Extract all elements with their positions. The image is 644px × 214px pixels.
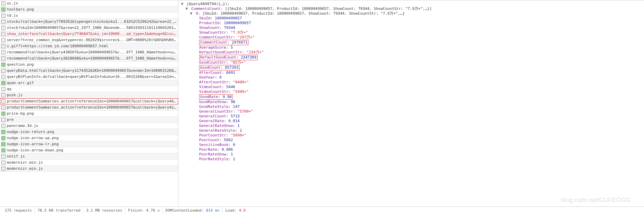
json-line[interactable]: PoorRateStyle: 1 — [181, 157, 641, 162]
image-icon — [1, 7, 5, 12]
json-line[interactable]: GeneralCount: 5713 — [181, 114, 641, 119]
network-row-name: s.gif?l=https://item.jd.com/100000499657… — [7, 44, 108, 48]
network-row-name: td.js — [7, 13, 18, 18]
json-line[interactable]: VideoCount: 5446 — [181, 85, 641, 89]
network-row-name: server?t=rec_common_exp&v=type=rec.90202… — [7, 38, 177, 42]
network-row[interactable]: stock?skuId=100000499657&area=22_1977_19… — [0, 25, 178, 31]
json-line[interactable]: VideoCountStr: "5400+" — [181, 89, 641, 94]
json-line[interactable]: ▼ 0: {SkuId: 100000499657, ProductId: 10… — [181, 11, 641, 16]
json-line[interactable]: AfterCount: 8491 — [181, 70, 641, 75]
script-icon — [1, 124, 5, 128]
json-line[interactable]: AfterCountStr: "8400+" — [181, 80, 641, 85]
json-line[interactable]: GoodCountStr: "85万+" — [181, 60, 641, 65]
status-requests: 175 requests — [2, 207, 35, 214]
json-line[interactable]: AverageScore: 5 — [181, 45, 641, 50]
json-line[interactable]: GeneralRateShow: 1 — [181, 124, 641, 128]
status-finish: Finish: 4.76 s — [125, 207, 163, 214]
network-panel: ui.jstoolbars.pngtd.jsstocks?callback=jQ… — [0, 0, 178, 207]
network-row-name: stock?skuId=100000499657&area=22_1977_19… — [7, 26, 177, 30]
status-transferred: 78.5 KB transferred — [35, 207, 83, 214]
json-line[interactable]: PoorCountStr: "5600+" — [181, 133, 641, 138]
script-icon — [1, 99, 5, 103]
json-line[interactable]: GeneralCountStr: "5700+" — [181, 109, 641, 114]
network-row[interactable]: recommend?callback=jQuery438507&sku=1000… — [0, 49, 178, 55]
json-line[interactable]: PoorRate: 0.006 — [181, 147, 641, 152]
json-line[interactable]: GeneralRate: 0.014 — [181, 119, 641, 124]
network-row-name: queryData.html?callback=jQuery1174352&SK… — [7, 68, 177, 73]
network-row[interactable]: nudge-icon-arrow-up.png — [0, 135, 178, 141]
network-row[interactable]: nudge-icon-return.png — [0, 129, 178, 135]
json-line[interactable]: CommentCountStr: "297万+" — [181, 35, 641, 40]
network-row[interactable]: notif.js — [0, 153, 178, 160]
network-row[interactable]: panorama.3d.js — [0, 123, 178, 129]
script-icon — [1, 69, 5, 73]
script-icon — [1, 93, 5, 97]
json-line[interactable]: GoodRateShow: 98 — [181, 100, 641, 104]
network-row-name: recommend?callback=jQuery438507&sku=1000… — [7, 50, 177, 54]
status-load: Load: 4.0 — [223, 207, 248, 214]
json-line[interactable]: DefaultGoodCountStr: "234万+" — [181, 50, 641, 55]
panels: ui.jstoolbars.pngtd.jsstocks?callback=jQ… — [0, 0, 644, 207]
script-icon — [1, 1, 5, 5]
network-row[interactable]: qq — [0, 86, 178, 92]
script-icon — [1, 50, 5, 54]
status-resources: 3.1 MB resources — [83, 207, 125, 214]
response-preview[interactable]: ▼ jQuery4849794({…}); ▼ CommentsCount: [… — [178, 0, 644, 207]
json-line[interactable]: CommentCount: 2976671 — [181, 40, 641, 45]
network-row-name: show_interface?callback=jQuery7746847&sk… — [7, 32, 177, 36]
network-row[interactable]: pre — [0, 117, 178, 123]
network-row[interactable]: stocks?callback=jQuery7769352&type=getst… — [0, 19, 178, 25]
network-row[interactable]: ui.js — [0, 0, 178, 6]
network-row[interactable]: productCommentSummaries.action?reference… — [0, 98, 178, 104]
script-icon — [1, 26, 5, 30]
network-row[interactable]: productCommentSummaries.action?reference… — [0, 104, 178, 111]
script-icon — [1, 105, 5, 110]
json-line[interactable]: GoodRate: 0.98 — [181, 94, 641, 100]
network-row[interactable]: question.png — [0, 62, 178, 68]
network-row[interactable]: nudge-icon-arrow-down.png — [0, 147, 178, 153]
network-row[interactable]: modernizr.min.js — [0, 166, 178, 172]
network-row[interactable]: recommend?callback=jQuery3828608&sku=100… — [0, 55, 178, 62]
network-row[interactable]: modernizr.min.js — [0, 160, 178, 166]
script-icon — [1, 75, 5, 79]
network-row[interactable]: price-bg.png — [0, 111, 178, 117]
network-row[interactable]: toolbars.png — [0, 6, 178, 13]
json-line[interactable]: GoodRateStyle: 147 — [181, 104, 641, 109]
json-line[interactable]: ProductId: 100000499657 — [181, 21, 641, 26]
network-row-name: nudge-icon-return.png — [7, 130, 54, 134]
network-row-name: toolbars.png — [7, 7, 34, 12]
network-row-name: ui.js — [7, 1, 18, 5]
network-row[interactable]: queryBtPlanInfo.do?callback=queryBtPlanI… — [0, 74, 178, 80]
json-line[interactable]: DefaultGoodCount: 2347309 — [181, 55, 641, 60]
network-row[interactable]: td.js — [0, 13, 178, 19]
json-line[interactable]: GeneralRateStyle: 2 — [181, 128, 641, 133]
json-line[interactable]: PoorCount: 5602 — [181, 138, 641, 143]
image-icon — [1, 81, 5, 85]
network-row[interactable]: queryData.html?callback=jQuery1174352&SK… — [0, 68, 178, 74]
json-line[interactable]: OneYear: 0 — [181, 75, 641, 80]
network-row-name: notif.js — [7, 154, 25, 159]
network-row[interactable]: nudge-icon-arrow-lr.png — [0, 141, 178, 147]
json-line[interactable]: ShowCount: 79344 — [181, 26, 641, 30]
network-row[interactable]: show_interface?callback=jQuery7746847&sk… — [0, 31, 178, 37]
network-row-name: nudge-icon-arrow-down.png — [7, 148, 63, 152]
json-line[interactable]: PoorRateShow: 1 — [181, 152, 641, 157]
json-line[interactable]: ▼ jQuery4849794({…}); — [181, 2, 641, 6]
json-line[interactable]: SkuId: 100000499657 — [181, 16, 641, 21]
network-row-name: stocks?callback=jQuery7769352&type=getst… — [7, 19, 177, 24]
network-row[interactable]: push.js — [0, 92, 178, 98]
script-icon — [1, 161, 5, 165]
network-list[interactable]: ui.jstoolbars.pngtd.jsstocks?callback=jQ… — [0, 0, 178, 207]
json-line[interactable]: ▼ CommentsCount: [{SkuId: 100000499657, … — [181, 6, 641, 11]
script-icon — [1, 56, 5, 61]
image-icon — [1, 112, 5, 116]
network-row-name: modernizr.min.js — [7, 160, 43, 165]
json-line[interactable]: ShowCountStr: "7.9万+" — [181, 30, 641, 35]
network-row[interactable]: quan-arr.gif — [0, 80, 178, 86]
json-line[interactable]: GoodCount: 857393 — [181, 65, 641, 70]
network-row[interactable]: s.gif?l=https://item.jd.com/100000499657… — [0, 43, 178, 49]
json-line[interactable]: SensitiveBook: 0 — [181, 143, 641, 147]
network-row-name: question.png — [7, 62, 34, 67]
network-row[interactable]: server?t=rec_common_exp&v=type=rec.90202… — [0, 37, 178, 43]
network-row-name: productCommentSummaries.action?reference… — [7, 99, 177, 103]
